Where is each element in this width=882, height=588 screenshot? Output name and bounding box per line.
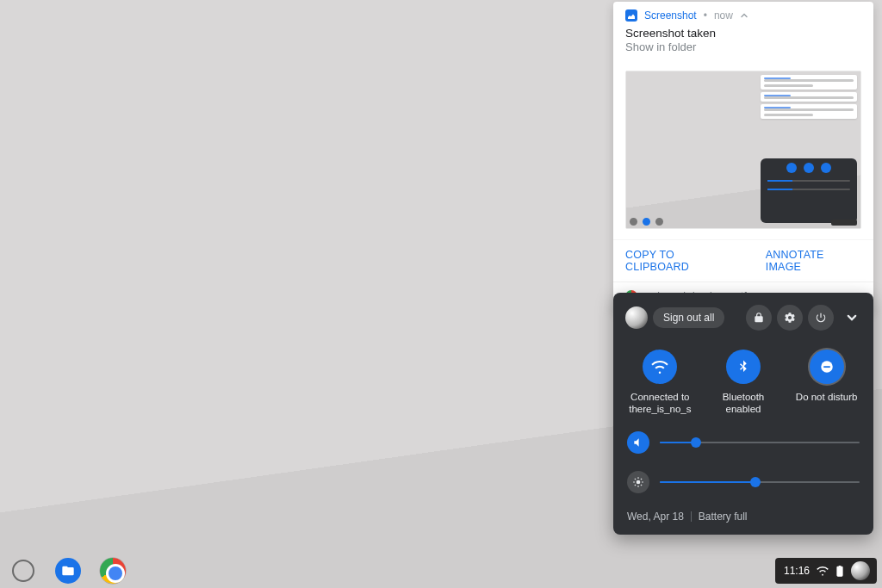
brightness-slider[interactable] xyxy=(660,481,860,483)
svg-rect-1 xyxy=(823,366,830,368)
files-icon xyxy=(55,558,81,584)
annotate-image-button[interactable]: ANNOTATE IMAGE xyxy=(766,249,861,273)
gear-icon xyxy=(784,312,796,324)
bluetooth-title: Bluetooth xyxy=(723,392,765,402)
bluetooth-icon xyxy=(736,359,751,374)
notification-timestamp: now xyxy=(714,9,733,22)
separator-dot: • xyxy=(704,9,707,22)
screenshot-notification: Screenshot • now Screenshot taken Show i… xyxy=(613,2,873,311)
brightness-icon-button[interactable] xyxy=(627,471,649,493)
quick-settings-top-row: Sign out all xyxy=(613,293,873,337)
svg-line-8 xyxy=(641,485,642,486)
quick-settings-footer: Wed, Apr 18 Battery full xyxy=(613,502,873,535)
wifi-tile[interactable]: Connected to there_is_no_s xyxy=(621,350,699,416)
copy-to-clipboard-button[interactable]: COPY TO CLIPBOARD xyxy=(625,249,740,273)
notification-body[interactable]: Screenshot taken Show in folder xyxy=(613,25,873,62)
image-app-icon xyxy=(625,9,637,22)
volume-icon-button[interactable] xyxy=(627,431,649,454)
user-avatar[interactable] xyxy=(625,306,648,329)
quick-settings-panel: Sign out all Connected to there_is_no_s xyxy=(613,293,873,535)
launcher-button[interactable] xyxy=(10,558,36,584)
wifi-title: Connected to xyxy=(630,392,689,402)
sign-out-button[interactable]: Sign out all xyxy=(653,307,724,328)
screenshot-preview-thumbnail[interactable] xyxy=(625,71,861,229)
lock-icon xyxy=(753,312,765,324)
svg-line-9 xyxy=(635,485,636,486)
chevron-down-icon xyxy=(846,312,858,324)
svg-line-10 xyxy=(641,479,642,480)
notification-subtitle: Show in folder xyxy=(625,40,861,53)
notification-app-name: Screenshot xyxy=(644,9,697,22)
files-app-button[interactable] xyxy=(55,558,81,584)
quick-settings-tiles: Connected to there_is_no_s Bluetooth ena… xyxy=(613,337,873,423)
chrome-app-button[interactable] xyxy=(100,558,126,584)
wifi-icon xyxy=(651,358,668,375)
wifi-subtitle: there_is_no_s xyxy=(629,403,691,415)
wifi-tray-icon xyxy=(817,565,829,577)
svg-line-7 xyxy=(635,479,636,480)
chrome-icon xyxy=(100,558,126,584)
notification-actions: COPY TO CLIPBOARD ANNOTATE IMAGE xyxy=(613,239,873,282)
settings-button[interactable] xyxy=(777,305,803,331)
clock-label: 11:16 xyxy=(784,565,810,577)
vertical-divider xyxy=(691,511,692,522)
expand-button[interactable] xyxy=(839,305,865,331)
bluetooth-subtitle: enabled xyxy=(723,403,765,415)
svg-rect-12 xyxy=(839,566,842,567)
volume-slider[interactable] xyxy=(660,442,860,443)
chevron-up-icon[interactable] xyxy=(740,11,748,20)
dnd-title: Do not disturb xyxy=(796,392,858,402)
do-not-disturb-icon xyxy=(819,359,835,374)
battery-status-label: Battery full xyxy=(699,511,748,523)
tray-avatar xyxy=(851,561,870,580)
do-not-disturb-tile[interactable]: Do not disturb xyxy=(788,350,866,416)
brightness-slider-row xyxy=(613,462,873,502)
brightness-icon xyxy=(632,476,644,488)
svg-rect-11 xyxy=(837,566,842,576)
svg-point-2 xyxy=(637,480,641,484)
volume-icon xyxy=(632,436,644,449)
power-button[interactable] xyxy=(808,305,834,331)
notification-title: Screenshot taken xyxy=(625,27,861,40)
system-tray[interactable]: 11:16 xyxy=(775,558,877,584)
shelf-left xyxy=(5,558,126,584)
battery-tray-icon xyxy=(835,565,844,577)
bluetooth-tile[interactable]: Bluetooth enabled xyxy=(705,350,782,416)
notification-header[interactable]: Screenshot • now xyxy=(613,2,873,25)
volume-slider-row xyxy=(613,423,873,462)
shelf: 11:16 xyxy=(0,554,882,588)
power-icon xyxy=(815,312,827,324)
launcher-circle-icon xyxy=(12,560,34,582)
date-label: Wed, Apr 18 xyxy=(627,511,684,523)
lock-button[interactable] xyxy=(746,305,772,331)
